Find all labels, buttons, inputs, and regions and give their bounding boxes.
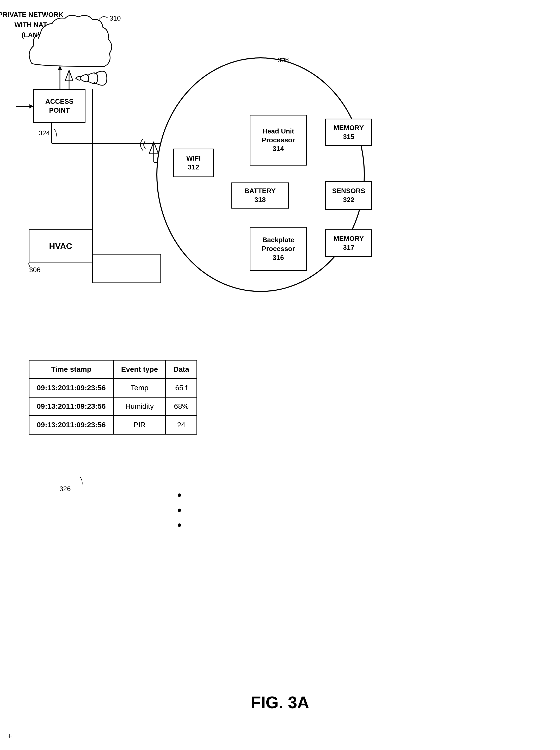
table-cell-event-3: PIR: [113, 416, 166, 434]
sensors-box: SENSORS 322: [325, 181, 372, 210]
data-table: Time stamp Event type Data 09:13:2011:09…: [29, 360, 197, 435]
access-point-box: ACCESS POINT: [33, 89, 85, 123]
figure-label: FIG. 3A: [251, 693, 309, 712]
table-row: 09:13:2011:09:23:56 PIR 24: [29, 416, 197, 434]
ellipsis-dots: •••: [177, 488, 182, 533]
table-cell-ts-3: 09:13:2011:09:23:56: [29, 416, 114, 434]
table-cell-data-1: 65 f: [166, 379, 197, 397]
table-header-eventtype: Event type: [113, 360, 166, 379]
ref-326: 326: [59, 485, 71, 493]
ref-324: 324: [39, 129, 50, 137]
table-row: 09:13:2011:09:23:56 Temp 65 f: [29, 379, 197, 397]
cross-mark: +: [7, 731, 12, 741]
table-header-data: Data: [166, 360, 197, 379]
ref-310: 310: [109, 14, 121, 22]
memory-315-box: MEMORY 315: [325, 119, 372, 146]
battery-box: BATTERY 318: [232, 182, 289, 209]
cloud-label: PRIVATE NETWORK WITH NAT (LAN): [0, 9, 63, 40]
table-cell-data-2: 68%: [166, 397, 197, 416]
ref-306: 306: [29, 266, 40, 274]
table-header-timestamp: Time stamp: [29, 360, 114, 379]
memory-317-box: MEMORY 317: [325, 230, 372, 257]
ref-308: 308: [278, 56, 289, 64]
svg-marker-1: [58, 66, 62, 70]
svg-marker-3: [29, 104, 33, 108]
table-row: 09:13:2011:09:23:56 Humidity 68%: [29, 397, 197, 416]
head-unit-processor-box: Head Unit Processor 314: [249, 115, 307, 165]
hvac-box: HVAC: [29, 230, 93, 263]
backplate-processor-box: Backplate Processor 316: [249, 227, 307, 271]
table-cell-data-3: 24: [166, 416, 197, 434]
wifi-box: WIFI 312: [173, 149, 214, 177]
table-cell-event-2: Humidity: [113, 397, 166, 416]
table-cell-ts-1: 09:13:2011:09:23:56: [29, 379, 114, 397]
table-cell-ts-2: 09:13:2011:09:23:56: [29, 397, 114, 416]
table-cell-event-1: Temp: [113, 379, 166, 397]
svg-marker-5: [65, 71, 73, 81]
svg-marker-11: [149, 142, 158, 154]
